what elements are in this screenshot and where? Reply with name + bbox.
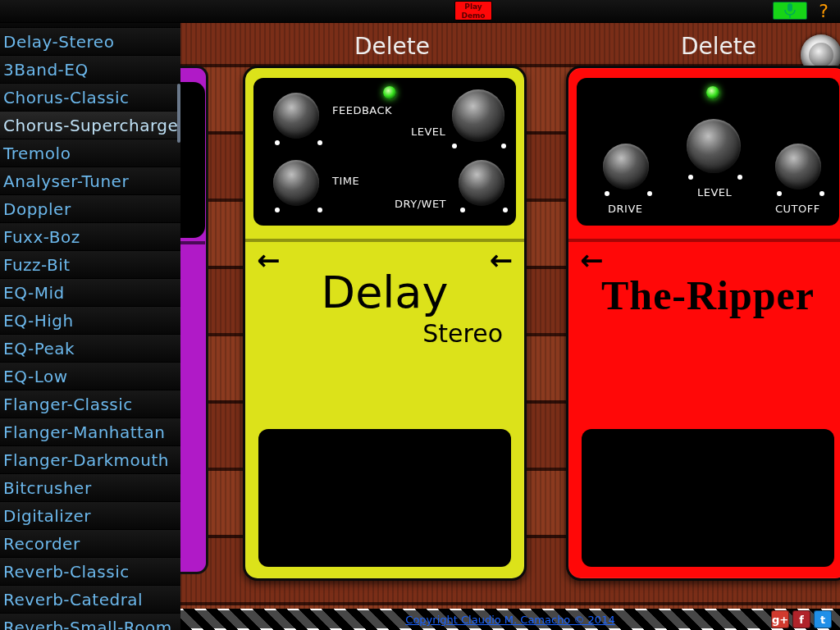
svg-rect-0 <box>788 3 792 11</box>
knob-level[interactable] <box>452 89 504 142</box>
pedal-title: Delay <box>245 267 524 318</box>
mic-button[interactable] <box>773 2 807 20</box>
sidebar-item-eq-peak[interactable]: EQ-Peak <box>0 335 180 363</box>
sidebar-item-analyser-tuner[interactable]: Analyser-Tuner <box>0 167 180 195</box>
help-button[interactable]: ? <box>814 0 833 23</box>
pedal-title: The-Ripper <box>568 272 840 319</box>
knob-max-dot <box>317 140 322 145</box>
label-time: TIME <box>332 175 359 187</box>
sidebar-item-chorus-supercharger[interactable]: Chorus-Supercharger <box>0 112 180 139</box>
knob-level[interactable] <box>687 119 741 173</box>
knob-min-dot <box>777 191 782 196</box>
facebook-icon[interactable]: f <box>792 610 810 628</box>
twitter-icon[interactable]: t <box>814 610 832 628</box>
delete-button-delay[interactable]: Delete <box>354 33 430 60</box>
sidebar-item-reverb-catedral[interactable]: Reverb-Catedral <box>0 586 180 614</box>
scrollbar-thumb[interactable] <box>177 84 180 143</box>
sidebar-item-flanger-manhattan[interactable]: Flanger-Manhattan <box>0 418 180 446</box>
sidebar-item-chorus-classic[interactable]: Chorus-Classic <box>0 84 180 112</box>
power-led-icon <box>706 86 719 99</box>
label-drywet: DRY/WET <box>395 198 446 210</box>
pedal-subtitle: Stereo <box>245 319 503 348</box>
pedal-controls-panel: FEEDBACK LEVEL TIME DRY/WET <box>253 78 516 226</box>
power-led-icon <box>383 86 396 99</box>
label-level: LEVEL <box>697 186 732 199</box>
delete-button-ripper[interactable]: Delete <box>681 33 756 60</box>
knob-max-dot <box>647 191 652 196</box>
sidebar-item-bitcrusher[interactable]: Bitcrusher <box>0 474 180 502</box>
sidebar-item-fuzz-bit[interactable]: Fuzz-Bit <box>0 251 180 279</box>
knob-min-dot <box>275 208 280 212</box>
label-level: LEVEL <box>411 126 445 138</box>
google-plus-icon[interactable]: g+ <box>771 610 789 628</box>
knob-min-dot <box>688 175 693 180</box>
pedal-the-ripper[interactable]: DRIVE LEVEL CUTOFF ← The-Ripper <box>566 66 840 581</box>
label-cutoff: CUTOFF <box>775 203 820 215</box>
knob-min-dot <box>275 140 280 145</box>
foot-switch[interactable] <box>258 429 511 567</box>
knob-max-dot <box>503 208 508 212</box>
sidebar-item-flanger-classic[interactable]: Flanger-Classic <box>0 390 180 418</box>
sidebar-item-flanger-darkmouth[interactable]: Flanger-Darkmouth <box>0 446 180 474</box>
knob-min-dot <box>460 208 465 212</box>
sidebar-item-reverb-classic[interactable]: Reverb-Classic <box>0 558 180 586</box>
sidebar-item-recorder[interactable]: Recorder <box>0 530 180 558</box>
sidebar-item-reverb-small-room[interactable]: Reverb-Small-Room <box>0 614 180 630</box>
top-bar: Play Demo ? <box>0 0 840 23</box>
footer-bar: Copyright Claudio M. Camacho © 2014 <box>180 609 840 630</box>
knob-min-dot <box>452 144 457 148</box>
knob-max-dot <box>501 144 506 148</box>
play-demo-button[interactable]: Play Demo <box>454 1 492 21</box>
play-demo-label: Play Demo <box>461 2 485 20</box>
knob-time[interactable] <box>273 160 319 206</box>
label-feedback: FEEDBACK <box>332 104 392 116</box>
knob-max-dot <box>737 175 742 180</box>
foot-switch[interactable] <box>582 429 834 567</box>
knob-min-dot <box>605 191 609 196</box>
sidebar-item-fuxx-boz[interactable]: Fuxx-Boz <box>0 223 180 251</box>
knob-drywet[interactable] <box>459 160 504 206</box>
sidebar-item-tremolo[interactable]: Tremolo <box>0 139 180 167</box>
pedal-sliver-purple[interactable] <box>180 66 208 574</box>
copyright-link[interactable]: Copyright Claudio M. Camacho © 2014 <box>405 614 614 626</box>
sidebar-item-delay-stereo[interactable]: Delay-Stereo <box>0 28 180 56</box>
label-drive: DRIVE <box>608 203 642 215</box>
sidebar-item-3band-eq[interactable]: 3Band-EQ <box>0 56 180 84</box>
effects-sidebar: Delay-MonoDelay-Stereo3Band-EQChorus-Cla… <box>0 0 180 630</box>
sidebar-item-eq-mid[interactable]: EQ-Mid <box>0 279 180 307</box>
knob-drive[interactable] <box>603 144 649 189</box>
pedal-controls-panel: DRIVE LEVEL CUTOFF <box>577 78 839 226</box>
knob-feedback[interactable] <box>273 93 319 139</box>
sidebar-item-eq-high[interactable]: EQ-High <box>0 307 180 335</box>
sidebar-item-doppler[interactable]: Doppler <box>0 195 180 223</box>
knob-max-dot <box>317 208 322 212</box>
knob-cutoff[interactable] <box>775 144 821 189</box>
sidebar-item-digitalizer[interactable]: Digitalizer <box>0 502 180 530</box>
sidebar-item-eq-low[interactable]: EQ-Low <box>0 363 180 390</box>
pedal-delay-stereo[interactable]: FEEDBACK LEVEL TIME DRY/WET ← ← Delay St… <box>243 66 527 581</box>
microphone-icon <box>784 3 796 18</box>
knob-max-dot <box>819 191 824 196</box>
